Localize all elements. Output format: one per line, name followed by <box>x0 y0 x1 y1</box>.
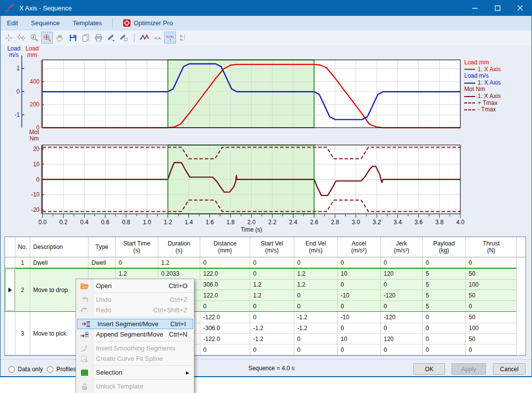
cell-no[interactable]: 2 <box>15 268 30 311</box>
cell-end-vel[interactable]: 0 <box>294 257 338 268</box>
close-button[interactable] <box>509 0 532 16</box>
maximize-button[interactable] <box>486 0 509 16</box>
cell-duration[interactable]: 0.2033 <box>158 268 200 279</box>
cell-thrust[interactable]: 50 <box>466 290 517 300</box>
cell-jerk[interactable]: 0 <box>381 301 423 311</box>
cell-jerk[interactable]: 120 <box>381 268 423 279</box>
cell-payload[interactable]: 0 <box>423 312 466 323</box>
cell-payload[interactable]: 5 <box>423 301 466 311</box>
cell-jerk[interactable]: -120 <box>381 312 423 323</box>
cell-accel[interactable]: 0 <box>338 257 381 268</box>
cell-start-vel[interactable]: 1.2 <box>250 290 294 300</box>
cell-start-time[interactable]: 1.2 <box>116 268 158 279</box>
cell-accel[interactable]: 10 <box>338 268 381 279</box>
cell-jerk[interactable]: 0 <box>381 280 423 290</box>
cell-accel[interactable]: -10 <box>338 312 381 323</box>
cell-distance[interactable]: -306.0 <box>200 323 250 334</box>
cell-end-vel[interactable]: 1.2 <box>294 280 338 290</box>
cell-accel[interactable]: 10 <box>338 334 381 344</box>
cell-thrust[interactable]: 0 <box>466 344 517 355</box>
cell-end-vel[interactable]: 0 <box>294 344 338 355</box>
cell-no[interactable]: 3 <box>15 312 30 355</box>
cell-jerk[interactable]: 0 <box>381 323 423 334</box>
cell-start-vel[interactable]: -1.2 <box>250 334 294 344</box>
row-marker[interactable] <box>5 268 15 311</box>
crosshair-button[interactable] <box>2 32 14 44</box>
cell-start-vel[interactable]: 0 <box>250 312 294 323</box>
cell-start-vel[interactable]: 1.2 <box>250 280 294 290</box>
cell-thrust[interactable]: 50 <box>466 312 517 323</box>
cell-payload[interactable]: 5 <box>423 280 466 290</box>
cell-thrust[interactable]: 0 <box>466 257 517 268</box>
save-button[interactable] <box>67 32 79 44</box>
row-marker[interactable] <box>5 312 15 355</box>
menu-sequence[interactable]: Sequence <box>24 16 66 30</box>
cell-payload[interactable]: 0 <box>423 257 466 268</box>
cell-no[interactable]: 1 <box>15 257 30 268</box>
cell-accel[interactable]: 0 <box>338 301 381 311</box>
cell-thrust[interactable]: 50 <box>466 268 517 279</box>
cell-jerk[interactable]: 0 <box>381 257 423 268</box>
cell-start-vel[interactable]: 0 <box>250 301 294 311</box>
cell-start-vel[interactable]: 0 <box>250 268 294 279</box>
cell-jerk[interactable]: -120 <box>381 290 423 300</box>
cell-payload[interactable]: 0 <box>423 323 466 334</box>
copy-button[interactable] <box>80 32 91 44</box>
cell-thrust[interactable]: 0 <box>466 301 517 311</box>
zoom-scale-button[interactable]: ± <box>28 32 40 44</box>
cancel-button[interactable]: Cancel <box>493 363 526 375</box>
cell-payload[interactable]: 0 <box>423 344 466 355</box>
motor-torque-chart[interactable] <box>43 145 460 214</box>
cell-end-vel[interactable]: 0 <box>294 290 338 300</box>
cell-distance[interactable]: 0 <box>200 344 250 355</box>
cell-duration[interactable]: 1.2 <box>158 257 200 268</box>
cell-start-vel[interactable]: 0 <box>250 257 294 268</box>
cell-accel[interactable]: -10 <box>338 290 381 300</box>
cell-distance[interactable]: 122.0 <box>200 290 250 300</box>
cell-accel[interactable]: 0 <box>338 280 381 290</box>
ok-button[interactable]: OK <box>413 363 445 375</box>
cell-payload[interactable]: 5 <box>423 290 466 300</box>
table-row-group-1[interactable]: 1DwellDwell01.20000000 <box>5 257 517 268</box>
profile-chart-button[interactable] <box>138 32 150 44</box>
menu-templates[interactable]: Templates <box>66 16 108 30</box>
cell-description[interactable]: Dwell <box>30 257 89 268</box>
cell-distance[interactable]: 306.0 <box>200 280 250 290</box>
context-menu-item-append-segment-move[interactable]: Append Segment/MoveCtrl+N <box>76 329 194 340</box>
cell-distance[interactable]: 0 <box>200 257 250 268</box>
cell-end-vel[interactable]: 0 <box>294 334 338 344</box>
cell-accel[interactable]: 0 <box>338 344 381 355</box>
cell-payload[interactable]: 5 <box>423 268 466 279</box>
cell-start-vel[interactable]: -1.2 <box>250 323 294 334</box>
cell-start-vel[interactable]: 0 <box>250 344 294 355</box>
menu-optimizer-pro[interactable]: Optimizer Pro <box>117 16 179 30</box>
context-menu-item-open[interactable]: OpenCtrl+O <box>76 281 194 291</box>
cell-distance[interactable]: 122.0 <box>200 268 250 279</box>
cell-distance[interactable]: 0 <box>200 301 250 311</box>
context-menu-item-selection[interactable]: Selection▶ <box>76 367 194 378</box>
radio-data-only[interactable]: Data only <box>8 366 43 373</box>
edit-pencil-button[interactable] <box>105 32 117 44</box>
print-button[interactable] <box>92 32 104 44</box>
pan-hand-button[interactable] <box>54 32 66 44</box>
context-menu-item-insert-segment-move[interactable]: Insert Segment/MoveCtrl+I <box>77 319 193 329</box>
cell-end-vel[interactable]: -1.2 <box>294 323 338 334</box>
cell-end-vel[interactable]: 0 <box>294 301 338 311</box>
crosshair-pair-button[interactable] <box>15 32 27 44</box>
profile-v1v2-list-button[interactable]: v₁v₂ <box>177 32 189 44</box>
cell-thrust[interactable]: 50 <box>466 334 517 344</box>
cell-start-time[interactable]: 0 <box>116 257 158 268</box>
cell-end-vel[interactable]: -1.2 <box>294 312 338 323</box>
cell-thrust[interactable]: 100 <box>466 280 517 290</box>
profile-v2v1-stack-button[interactable]: v₂v₁ <box>164 32 176 44</box>
cell-distance[interactable]: -122.0 <box>200 334 250 344</box>
load-profile-chart[interactable] <box>43 60 460 128</box>
cell-payload[interactable]: 0 <box>423 334 466 344</box>
cell-jerk[interactable]: 0 <box>381 344 423 355</box>
profile-v2v1-button[interactable]: ..v₂v₁ <box>151 32 163 44</box>
cell-jerk[interactable]: 120 <box>381 334 423 344</box>
edit-apply-button[interactable] <box>118 32 130 44</box>
cell-distance[interactable]: -122.0 <box>200 312 250 323</box>
cell-accel[interactable]: 0 <box>338 323 381 334</box>
cell-type[interactable]: Dwell <box>89 257 116 268</box>
